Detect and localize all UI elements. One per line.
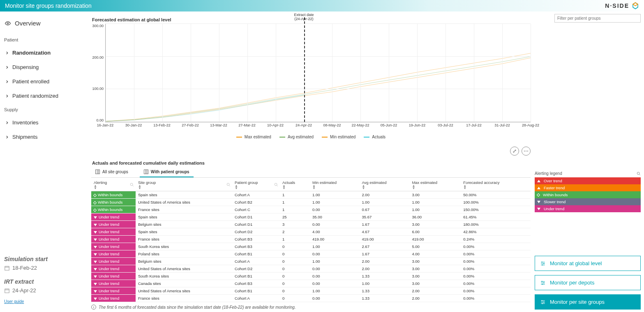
sidebar-item-dispensing[interactable]: Dispensing <box>3 60 87 74</box>
avg-cell: 2.00 <box>359 191 409 199</box>
accuracy-cell: 0.00% <box>461 280 531 287</box>
alerting-legend-title: Alerting legend <box>535 171 641 176</box>
triangle-down-icon <box>94 239 97 241</box>
actuals-cell: 1 <box>280 206 310 213</box>
col-site-group[interactable]: Site group▲▼ <box>136 179 232 191</box>
sidebar-item-patient-randomized[interactable]: Patient randomized <box>3 89 87 103</box>
table-footnote: i The first 6 months of forecasted data … <box>91 305 531 310</box>
avg-cell: 1.33 <box>359 273 409 280</box>
search-icon[interactable] <box>130 183 134 187</box>
expand-chart-button[interactable]: ⤢ <box>510 147 519 156</box>
simulation-start-label: Simulation start <box>4 256 86 262</box>
table-row[interactable]: Under trendPoland sitesCohort B100.001.6… <box>91 250 531 258</box>
table-row[interactable]: Under trendSpain sitesCohort D12535.0035… <box>91 213 531 221</box>
table-row[interactable]: Within boundsUnited States of America si… <box>91 199 531 206</box>
forecast-chart: 300.00200.00100.000.00 Extract date(24-A… <box>105 24 531 131</box>
search-icon[interactable] <box>226 183 231 187</box>
col-avg-estimated[interactable]: Avg estimated▲▼ <box>359 179 409 191</box>
avg-cell: 1.00 <box>359 280 409 287</box>
x-tick: 19-Jun-22 <box>409 123 426 127</box>
table-row[interactable]: Under trendSouth Korea sitesCohort B301.… <box>91 243 531 250</box>
accuracy-cell: 0.00% <box>461 265 531 273</box>
x-tick: 16-Jan-22 <box>97 123 114 127</box>
tab-all-site-groups[interactable]: All site groups <box>91 168 132 177</box>
search-icon[interactable] <box>637 172 641 176</box>
max-cell: 2.00 <box>409 295 461 302</box>
monitor-monitor-at-global-level-button[interactable]: Monitor at global level <box>535 256 641 271</box>
actuals-cell: 1 <box>280 191 310 199</box>
alerting-cell: Under trend <box>91 287 136 295</box>
patient-group-cell: Cohort D2 <box>232 228 280 236</box>
max-cell: 2.00 <box>409 287 461 295</box>
sidebar-item-patient-enrolled[interactable]: Patient enrolled <box>3 74 87 89</box>
accuracy-cell: 0.00% <box>461 295 531 302</box>
sidebar-item-inventories[interactable]: Inventories <box>3 115 87 130</box>
monitor-monitor-per-site-groups-button[interactable]: Monitor per site groups <box>535 294 641 310</box>
sort-icon: ▲▼ <box>312 185 357 189</box>
chart-legend: Max estimatedAvg estimatedMin estimatedA… <box>91 135 531 139</box>
triangle-down-icon <box>94 268 97 271</box>
table-row[interactable]: Under trendSouth Korea sitesCohort B100.… <box>91 273 531 280</box>
triangle-up-icon <box>537 180 540 182</box>
legend-max-estimated[interactable]: Max estimated <box>236 135 271 139</box>
x-tick: 24-Apr-22 <box>295 123 312 127</box>
legend-actuals[interactable]: Actuals <box>364 135 385 139</box>
monitor-monitor-per-depots-button[interactable]: Monitor per depots <box>535 275 641 290</box>
svg-point-6 <box>637 172 639 174</box>
chevron-right-icon <box>5 51 9 55</box>
table-row[interactable]: Under trendCanada sitesCohort B300.001.0… <box>91 280 531 287</box>
irt-extract-date: 24-Apr-22 <box>4 287 86 294</box>
col-alerting[interactable]: Alerting▲▼ <box>91 179 136 191</box>
legend-min-estimated[interactable]: Min estimated <box>322 135 355 139</box>
accuracy-cell: 50.00% <box>461 191 531 199</box>
svg-point-9 <box>542 264 543 265</box>
col-actuals[interactable]: Actuals▲▼ <box>280 179 310 191</box>
tab-with-patient-groups[interactable]: With patient groups <box>140 168 194 177</box>
actuals-cell: 25 <box>280 213 310 221</box>
min-cell: 1.00 <box>310 258 359 265</box>
table-row[interactable]: Under trendBelgium sitesCohort A01.002.0… <box>91 258 531 265</box>
col-patient-group[interactable]: Patient group▲▼ <box>232 179 280 191</box>
table-row[interactable]: Under trendSpain sitesCohort D224.004.67… <box>91 228 531 236</box>
accuracy-cell: 0.00% <box>461 287 531 295</box>
max-cell: 1.00 <box>409 206 461 213</box>
table-row[interactable]: Under trendUnited States of America site… <box>91 265 531 273</box>
brand-logo: N·SIDE <box>605 2 639 9</box>
accuracy-cell: 0.00% <box>461 273 531 280</box>
patient-group-cell: Cohort B1 <box>232 287 280 295</box>
min-cell: 0.00 <box>310 250 359 258</box>
col-min-estimated[interactable]: Min estimated▲▼ <box>310 179 359 191</box>
triangle-down-icon <box>94 290 97 293</box>
min-cell: 0.00 <box>310 273 359 280</box>
search-icon[interactable] <box>274 183 278 187</box>
extract-date-line <box>304 17 305 122</box>
table-row[interactable]: Under trendFrance sitesCohort A00.001.33… <box>91 295 531 302</box>
table-title: Actuals and forecasted cumulative daily … <box>92 161 531 165</box>
chart-more-button[interactable]: ⋯ <box>522 147 531 156</box>
x-tick: 27-Feb-22 <box>182 123 199 127</box>
filter-patient-groups-input[interactable] <box>554 14 641 23</box>
col-max-estimated[interactable]: Max estimated▲▼ <box>409 179 461 191</box>
site-group-cell: Belgium sites <box>136 221 232 228</box>
table-row[interactable]: Under trendBelgium sitesCohort D130.001.… <box>91 221 531 228</box>
diamond-icon <box>93 208 97 211</box>
table-row[interactable]: Under trendFrance sitesCohort B31419.004… <box>91 236 531 243</box>
accuracy-cell: 42.86% <box>461 228 531 236</box>
sidebar-item-randomization[interactable]: Randomization <box>3 46 87 60</box>
legend-avg-estimated[interactable]: Avg estimated <box>279 135 314 139</box>
table-row[interactable]: Within boundsFrance sitesCohort C10.000.… <box>91 206 531 213</box>
sidebar-item-shipments[interactable]: Shipments <box>3 130 87 144</box>
col-forecasted-accuracy[interactable]: Forecasted accuracy▲▼ <box>461 179 531 191</box>
table-row[interactable]: Under trendUnited States of America site… <box>91 287 531 295</box>
actuals-cell: 0 <box>280 265 310 273</box>
sort-icon: ▲▼ <box>94 185 133 189</box>
overview-link[interactable]: Overview <box>3 16 87 33</box>
svg-point-12 <box>542 284 543 284</box>
max-cell: 3.00 <box>409 191 461 199</box>
legend-over-trend: Over trend <box>535 177 641 184</box>
sidebar-section-patient: Patient <box>4 37 87 42</box>
table-row[interactable]: Within boundsSpain sitesCohort A11.002.0… <box>91 191 531 199</box>
actuals-cell: 1 <box>280 199 310 206</box>
eye-icon <box>5 21 11 26</box>
user-guide-link[interactable]: User guide <box>4 299 86 304</box>
